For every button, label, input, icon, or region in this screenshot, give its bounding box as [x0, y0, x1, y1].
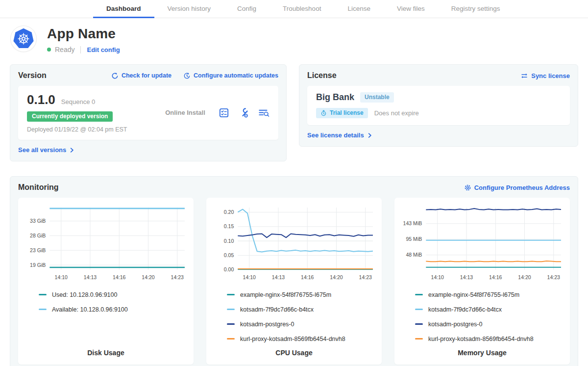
monitoring-title: Monitoring [18, 183, 59, 192]
chart-title: Memory Usage [399, 343, 565, 361]
legend-item: kotsadm-7f9dc7d66c-b4tcx [227, 306, 377, 313]
memory-usage-legend: example-nginx-54f8f76755-l675mkotsadm-7f… [399, 291, 565, 342]
chevron-right-icon [69, 147, 74, 153]
disk-usage-plot: 19 GiB23 GiB28 GiB33 GiB14:1014:1314:161… [23, 203, 189, 284]
sync-arrows-icon [520, 72, 528, 79]
legend-label: kurl-proxy-kotsadm-8569fb6454-dnvh8 [428, 336, 534, 342]
svg-text:14:10: 14:10 [431, 274, 444, 280]
legend-label: kotsadm-postgres-0 [240, 321, 294, 328]
tab-license[interactable]: License [334, 0, 384, 18]
memory-usage-plot: 48 MiB95 MiB143 MiB14:1014:1314:1614:201… [399, 203, 565, 284]
disk-usage-legend: Used: 10.128.0.96:9100Available: 10.128.… [23, 291, 189, 313]
tab-dashboard[interactable]: Dashboard [93, 0, 154, 18]
divider [80, 46, 81, 53]
svg-text:14:10: 14:10 [55, 274, 68, 280]
legend-color-dash [227, 294, 235, 295]
app-header: App Name Ready Edit config [0, 18, 588, 57]
trial-license-label: Trial license [330, 109, 364, 116]
sync-license-link[interactable]: Sync license [520, 72, 570, 79]
legend-item: Available: 10.128.0.96:9100 [39, 306, 189, 313]
cpu-usage-panel: 0.000.050.100.150.2014:1014:1314:1614:20… [206, 198, 382, 365]
legend-color-dash [227, 338, 235, 340]
check-for-update-label: Check for update [122, 72, 172, 79]
chart-title: CPU Usage [211, 343, 377, 361]
legend-label: example-nginx-54f8f76755-l675m [240, 291, 331, 298]
see-all-versions-link[interactable]: See all versions [18, 146, 278, 154]
tab-config[interactable]: Config [224, 0, 270, 18]
svg-text:14:20: 14:20 [142, 274, 155, 280]
configure-automatic-updates-link[interactable]: Configure automatic updates [183, 72, 278, 79]
legend-label: kotsadm-7f9dc7d66c-b4tcx [240, 306, 314, 313]
sequence-label: Sequence 0 [61, 98, 95, 105]
install-type-label: Online Install [152, 109, 219, 116]
version-card-title: Version [18, 71, 47, 80]
legend-item: example-nginx-54f8f76755-l675m [227, 291, 377, 298]
check-for-update-link[interactable]: Check for update [111, 72, 172, 79]
trial-license-badge: Trial license [316, 108, 368, 118]
configure-prometheus-link[interactable]: Configure Prometheus Address [464, 184, 570, 191]
cpu-usage-chart: 0.000.050.100.150.2014:1014:1314:1614:20… [211, 203, 377, 284]
tab-version-history[interactable]: Version history [154, 0, 224, 18]
gear-icon [464, 184, 471, 191]
tab-troubleshoot[interactable]: Troubleshoot [270, 0, 334, 18]
legend-label: Used: 10.128.0.96:9100 [52, 291, 117, 298]
svg-text:14:16: 14:16 [489, 274, 502, 280]
see-license-details-label: See license details [307, 131, 364, 139]
tab-view-files[interactable]: View files [384, 0, 438, 18]
svg-text:0.05: 0.05 [224, 252, 234, 258]
view-logs-icon[interactable] [258, 107, 270, 118]
svg-text:19 GiB: 19 GiB [30, 262, 46, 268]
preflight-checks-icon[interactable] [219, 107, 229, 118]
legend-label: Available: 10.128.0.96:9100 [52, 306, 128, 313]
see-license-details-link[interactable]: See license details [307, 131, 570, 139]
channel-badge: Unstable [360, 92, 394, 103]
legend-item: kurl-proxy-kotsadm-8569fb6454-dnvh8 [415, 336, 565, 342]
svg-text:14:16: 14:16 [113, 274, 126, 280]
app-status: Ready [55, 46, 74, 53]
svg-text:14:23: 14:23 [359, 274, 372, 280]
cpu-usage-plot: 0.000.050.100.150.2014:1014:1314:1614:20… [211, 203, 377, 284]
legend-color-dash [39, 294, 47, 295]
svg-text:14:13: 14:13 [272, 274, 285, 280]
svg-text:14:13: 14:13 [84, 274, 97, 280]
edit-config-link[interactable]: Edit config [87, 46, 120, 53]
cpu-usage-legend: example-nginx-54f8f76755-l675mkotsadm-7f… [211, 291, 377, 342]
stopwatch-icon [320, 110, 327, 116]
svg-text:0.15: 0.15 [224, 223, 234, 229]
legend-item: kotsadm-postgres-0 [415, 321, 565, 328]
svg-text:14:20: 14:20 [330, 274, 343, 280]
legend-color-dash [415, 323, 423, 325]
disk-usage-chart: 19 GiB23 GiB28 GiB33 GiB14:1014:1314:161… [23, 203, 189, 284]
svg-text:14:20: 14:20 [518, 274, 531, 280]
svg-text:48 MiB: 48 MiB [406, 252, 422, 258]
svg-text:14:16: 14:16 [301, 274, 314, 280]
legend-label: kurl-proxy-kotsadm-8569fb6454-dnvh8 [240, 336, 345, 342]
legend-item: kurl-proxy-kotsadm-8569fb6454-dnvh8 [227, 336, 377, 342]
configure-prometheus-label: Configure Prometheus Address [474, 184, 570, 191]
disk-usage-panel: 19 GiB23 GiB28 GiB33 GiB14:1014:1314:161… [18, 198, 194, 365]
legend-color-dash [415, 294, 423, 295]
legend-item: example-nginx-54f8f76755-l675m [415, 291, 565, 298]
legend-color-dash [39, 309, 47, 310]
svg-text:0.10: 0.10 [224, 238, 234, 244]
clock-refresh-icon [183, 72, 191, 79]
version-number: 0.1.0 [27, 92, 55, 107]
top-nav: Dashboard Version history Config Trouble… [0, 0, 588, 18]
svg-text:14:23: 14:23 [547, 274, 561, 280]
svg-text:0.00: 0.00 [224, 266, 234, 272]
edit-config-wrench-icon[interactable] [238, 107, 249, 118]
svg-text:14:13: 14:13 [460, 274, 473, 280]
sync-license-label: Sync license [531, 72, 570, 79]
configure-automatic-updates-label: Configure automatic updates [194, 72, 278, 79]
ready-status-dot [47, 48, 51, 52]
expiration-label: Does not expire [374, 109, 419, 117]
svg-text:143 MiB: 143 MiB [403, 220, 422, 226]
refresh-icon [111, 72, 119, 79]
tab-registry-settings[interactable]: Registry settings [438, 0, 514, 18]
svg-text:28 GiB: 28 GiB [30, 233, 46, 238]
svg-text:33 GiB: 33 GiB [30, 218, 46, 224]
svg-text:23 GiB: 23 GiB [30, 247, 46, 253]
memory-usage-chart: 48 MiB95 MiB143 MiB14:1014:1314:1614:201… [399, 203, 565, 284]
svg-text:14:10: 14:10 [243, 274, 256, 280]
see-all-versions-label: See all versions [18, 146, 66, 154]
